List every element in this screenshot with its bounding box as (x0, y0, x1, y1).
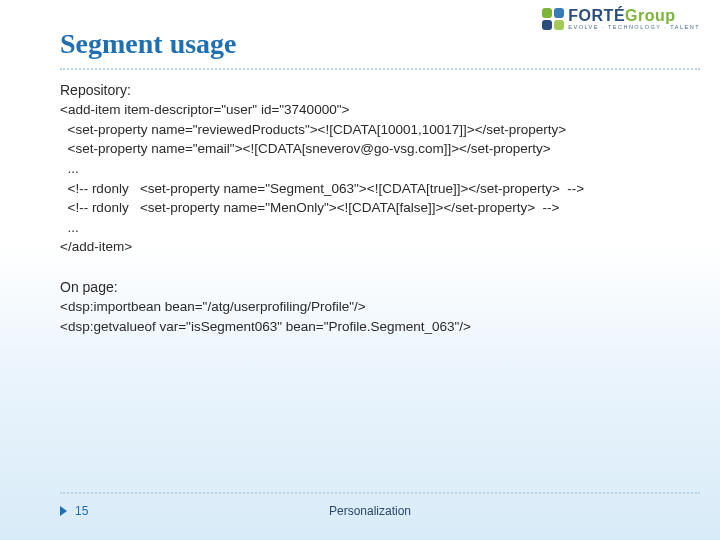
slide-footer: 15 Personalization (60, 504, 680, 518)
title-divider (60, 68, 700, 70)
brand-logo: FORTÉGroup EVOLVE · TECHNOLOGY · TALENT (542, 8, 700, 31)
logo-main-b: Group (625, 7, 676, 24)
slide-title: Segment usage (60, 28, 237, 60)
slide-content: Repository: <add-item item-descriptor="u… (60, 80, 680, 337)
footer-section-label: Personalization (329, 504, 411, 518)
triangle-bullet-icon (60, 506, 67, 516)
logo-subtitle: EVOLVE · TECHNOLOGY · TALENT (568, 25, 700, 31)
onpage-heading: On page: (60, 277, 680, 297)
logo-text: FORTÉGroup EVOLVE · TECHNOLOGY · TALENT (568, 8, 700, 31)
page-number: 15 (75, 504, 88, 518)
footer-divider (60, 492, 700, 494)
repository-heading: Repository: (60, 80, 680, 100)
logo-main-a: FORTÉ (568, 7, 625, 24)
onpage-code-block: <dsp:importbean bean="/atg/userprofiling… (60, 297, 680, 336)
repository-code-block: <add-item item-descriptor="user" id="374… (60, 100, 680, 257)
logo-mark-icon (542, 8, 564, 30)
